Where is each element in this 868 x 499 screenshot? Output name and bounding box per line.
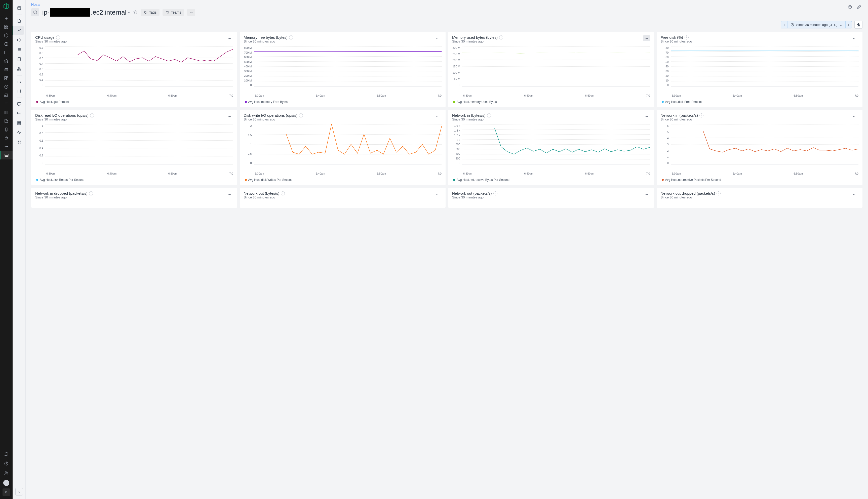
card-title: Network in (bytes/s)i [452, 113, 491, 118]
chart-card: Memory used bytes (bytes)iSince 30 minut… [448, 32, 654, 107]
sub-doc-icon[interactable] [15, 16, 24, 25]
svg-rect-45 [859, 23, 860, 24]
info-icon[interactable]: i [299, 113, 303, 118]
chart-card: Network out dropped (packets/s)iSince 30… [657, 187, 863, 208]
nav-more-icon[interactable] [0, 142, 13, 151]
collapse-sidebar-button[interactable] [2, 488, 10, 496]
chart-card: Disk read I/O operations (ops/s)iSince 3… [31, 110, 237, 185]
sub-summary-icon[interactable] [15, 3, 24, 13]
sub-grid-icon[interactable] [15, 137, 24, 147]
card-menu-button[interactable]: ··· [852, 35, 858, 41]
teams-button[interactable]: Teams [162, 9, 184, 16]
card-menu-button[interactable]: ··· [226, 191, 233, 197]
card-menu-button[interactable]: ··· [852, 113, 858, 119]
svg-rect-1 [7, 25, 8, 26]
nav-cube-icon[interactable] [0, 31, 13, 40]
y-axis: 10.80.60.40.20 [35, 124, 45, 165]
nav-apps-icon[interactable] [0, 23, 13, 31]
nav-globe-icon[interactable] [0, 40, 13, 48]
chart-plot [671, 124, 859, 165]
info-icon[interactable]: i [289, 35, 293, 39]
sub-pulse-icon[interactable] [15, 128, 24, 137]
nav-dashboard-icon[interactable] [0, 74, 13, 83]
y-axis: 1.6 k1.4 k1.2 k1 k8006004002000 [452, 124, 462, 165]
info-icon[interactable]: i [487, 113, 491, 118]
nav-browser-icon[interactable] [0, 48, 13, 57]
y-axis: 800 M700 M600 M500 M400 M300 M200 M100 M… [244, 46, 254, 86]
info-icon[interactable]: i [56, 35, 60, 39]
card-menu-button[interactable]: ··· [643, 191, 650, 197]
sub-chat2-icon[interactable] [15, 109, 24, 118]
user-avatar[interactable] [3, 480, 9, 486]
chart-plot [45, 124, 233, 165]
nav-user-add-icon[interactable] [0, 469, 13, 477]
card-menu-button[interactable]: ··· [852, 191, 858, 197]
card-menu-button[interactable]: ··· [226, 35, 233, 41]
card-menu-button[interactable]: ··· [643, 113, 650, 119]
chevron-down-icon[interactable]: ▾ [128, 10, 130, 14]
info-icon[interactable]: i [493, 191, 497, 195]
svg-rect-20 [5, 154, 8, 155]
nav-columns-icon[interactable] [0, 108, 13, 117]
info-icon[interactable]: i [499, 35, 503, 39]
card-subtitle: Since 30 minutes ago [661, 195, 721, 199]
header-link-icon[interactable] [855, 3, 863, 11]
sub-chat-icon[interactable] [15, 99, 24, 108]
nav-db-icon[interactable] [0, 65, 13, 74]
card-menu-button[interactable]: ··· [643, 35, 650, 41]
info-icon[interactable]: i [685, 35, 689, 39]
svg-rect-27 [17, 70, 19, 70]
sub-tablet-icon[interactable] [15, 54, 24, 64]
chart-legend: Avg Host.net.receive Bytes Per Second [452, 178, 650, 182]
card-subtitle: Since 30 minutes ago [35, 195, 93, 199]
info-icon[interactable]: i [90, 113, 94, 118]
card-title: Memory used bytes (bytes)i [452, 35, 503, 39]
info-icon[interactable]: i [281, 191, 285, 195]
nav-layers-icon[interactable] [0, 57, 13, 65]
svg-point-17 [5, 146, 5, 147]
nav-inbox-icon[interactable] [0, 91, 13, 100]
time-range-label[interactable]: Since 30 minutes ago (UTC) ⌄ [787, 21, 845, 28]
nav-lines-icon[interactable] [0, 100, 13, 108]
sub-stack-icon[interactable] [15, 119, 24, 127]
sub-metrics-icon[interactable] [13, 26, 24, 35]
edit-dashboard-button[interactable] [854, 21, 863, 29]
nav-add-icon[interactable] [0, 14, 13, 23]
time-prev-icon[interactable]: ‹ [781, 21, 787, 28]
card-menu-button[interactable]: ··· [434, 191, 442, 197]
collapse-sub-button[interactable] [15, 488, 23, 496]
svg-point-19 [7, 146, 8, 147]
favorite-star-icon[interactable]: ☆ [133, 9, 138, 16]
sub-bar2-icon[interactable] [15, 86, 24, 96]
info-icon[interactable]: i [716, 191, 721, 195]
card-subtitle: Since 30 minutes ago [35, 118, 94, 121]
nav-help-icon[interactable] [0, 459, 13, 468]
sub-bar-icon[interactable] [15, 77, 24, 86]
nav-alert-icon[interactable] [0, 83, 13, 91]
nav-chat-icon[interactable] [0, 450, 13, 458]
info-icon[interactable]: i [699, 113, 703, 118]
card-menu-button[interactable]: ··· [226, 113, 233, 119]
card-subtitle: Since 30 minutes ago [35, 39, 67, 43]
card-menu-button[interactable]: ··· [434, 113, 442, 119]
nav-doc-icon[interactable] [0, 117, 13, 125]
card-title: Network in dropped (packets/s)i [35, 191, 93, 195]
nav-bot-icon[interactable] [0, 134, 13, 142]
sub-hierarchy-icon[interactable] [15, 64, 24, 73]
info-icon[interactable]: i [89, 191, 93, 195]
header-help-icon[interactable] [846, 3, 853, 11]
time-next-icon[interactable]: › [845, 21, 852, 28]
card-subtitle: Since 30 minutes ago [661, 118, 703, 121]
x-axis: 6:30am6:40am6:50am7:0 [244, 94, 442, 97]
sub-list-icon[interactable] [15, 45, 24, 54]
tags-button[interactable]: Tags [141, 9, 160, 16]
svg-rect-31 [18, 113, 21, 115]
time-range-picker[interactable]: ‹ Since 30 minutes ago (UTC) ⌄ › [781, 21, 852, 28]
nav-hosts-icon[interactable] [0, 151, 13, 159]
card-menu-button[interactable]: ··· [434, 35, 442, 41]
more-button[interactable]: ··· [187, 9, 195, 16]
sub-cmd-icon[interactable] [15, 35, 24, 45]
breadcrumb-link[interactable]: Hosts [31, 2, 863, 7]
card-subtitle: Since 30 minutes ago [244, 39, 293, 43]
nav-mobile-icon[interactable] [0, 125, 13, 134]
